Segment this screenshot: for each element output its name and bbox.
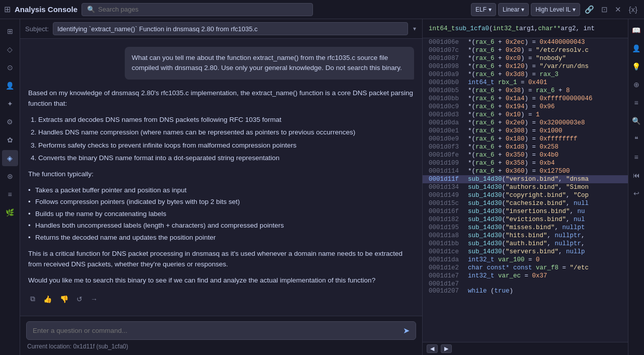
nav-next-btn[interactable]: ▶ xyxy=(441,344,452,353)
list-item: Performs safety checks to prevent infini… xyxy=(38,140,414,151)
disasm-row[interactable]: 0001d1e2 char const* const var_f8 = "/et… xyxy=(423,264,628,272)
disasm-row[interactable]: 0001d134 sub_14d30("authors.bind", "Simo… xyxy=(423,183,628,191)
retry-btn[interactable]: ↺ xyxy=(74,294,85,304)
highlevel-dropdown-btn[interactable]: High Level IL ▾ xyxy=(531,3,580,16)
sidebar-icon-grid[interactable]: ⊞ xyxy=(2,23,18,39)
subject-input[interactable] xyxy=(53,22,408,35)
chat-input-area: ➤ Current location: 0x1d11f (sub_1cfa0) xyxy=(20,316,422,355)
disasm-row[interactable]: 0001d15c sub_14d30("cachesize.bind", nul… xyxy=(423,199,628,207)
top-bar: ⊞ Analysis Console 🔍 ELF ▾ Linear ▾ High… xyxy=(0,0,644,19)
disasm-row[interactable]: 0001d07c *(rax_6 + 0x20) = "/etc/resolv.… xyxy=(423,46,628,54)
disasm-row[interactable]: 0001d1a8 sub_14d30("hits.bind", nullptr, xyxy=(423,232,628,240)
disasm-row[interactable]: 0001d195 sub_14d30("misses.bind", nullpt xyxy=(423,224,628,232)
disasm-row[interactable]: 0001d087 *(rax_6 + 0xc0) = "nobody" xyxy=(423,54,628,62)
variable-icon-btn[interactable]: {x} xyxy=(626,4,640,15)
ai-numbered-list: Extracts and decodes DNS names from DNS … xyxy=(28,114,414,164)
disasm-row[interactable]: 0001d0e9 *(rax_6 + 0x180) = 0xffffffff xyxy=(423,135,628,143)
right-sidebar-icon-undo[interactable]: ↩ xyxy=(628,185,645,201)
chat-input[interactable] xyxy=(33,327,399,334)
disasm-row[interactable]: 0001d0a9 *(rax_6 + 0x3d8) = rax_3 xyxy=(423,70,628,79)
disasm-panel: int64_t sub_1cfa0(int32_t arg1, char** a… xyxy=(423,19,628,355)
sidebar-icon-circle[interactable]: ⊙ xyxy=(2,59,18,76)
disasm-body: 0001d06e *(rax_6 + 0x2ec) = 0x4400000043… xyxy=(423,38,628,342)
disasm-row[interactable]: 0001d1da int32_t var_100 = 0 xyxy=(423,256,628,264)
disasm-row[interactable]: 0001d0e1 *(rax_6 + 0x308) = 0x1000 xyxy=(423,127,628,135)
disasm-row[interactable]: 0001d0d3 *(rax_6 + 0x10) = 1 xyxy=(423,111,628,119)
search-input[interactable] xyxy=(98,6,307,13)
sidebar-icon-gear[interactable]: ⚙ xyxy=(2,114,18,130)
disasm-row[interactable]: 0001d0bb *(rax_6 + 0x1a4) = 0xffff000000… xyxy=(423,95,628,103)
elf-dropdown-btn[interactable]: ELF ▾ xyxy=(471,3,496,16)
forward-btn[interactable]: → xyxy=(89,294,100,304)
copy-btn[interactable]: ⧉ xyxy=(28,294,37,304)
right-sidebar-icon-add[interactable]: ⊕ xyxy=(628,77,645,93)
link-icon-btn[interactable]: 🔗 xyxy=(582,4,597,15)
disasm-row[interactable]: 0001d06e *(rax_6 + 0x2ec) = 0x4400000043 xyxy=(423,38,628,46)
subject-dropdown-btn[interactable]: ▾ xyxy=(412,24,417,33)
sidebar-icon-person[interactable]: 👤 xyxy=(2,78,18,94)
search-box: 🔍 xyxy=(82,3,313,16)
ai-typically-label: The function typically: xyxy=(28,169,414,180)
sidebar-icon-network[interactable]: ✦ xyxy=(2,96,18,112)
sidebar-icon-stack[interactable]: ⊛ xyxy=(2,168,18,184)
linear-dropdown-btn[interactable]: Linear ▾ xyxy=(498,3,529,16)
disasm-row[interactable]: 0001d0b0 int64_t rbx_1 = 0x401 xyxy=(423,79,628,87)
close-icon-btn[interactable]: ✕ xyxy=(612,4,624,15)
sidebar-icon-tree[interactable]: 🌿 xyxy=(2,204,18,221)
right-sidebar-icon-history[interactable]: ⏮ xyxy=(628,167,645,183)
top-bar-left: ⊞ Analysis Console xyxy=(4,5,77,14)
right-sidebar-icon-search[interactable]: 🔍 xyxy=(628,113,645,129)
send-button[interactable]: ➤ xyxy=(403,326,410,335)
disasm-nav: ◀ ▶ xyxy=(423,342,628,355)
disasm-row[interactable]: 0001d0da *(rax_6 + 0x2e0) = 0x32000003e8 xyxy=(423,119,628,127)
disasm-row[interactable]: 0001d109 *(rax_6 + 0x358) = 0xb4 xyxy=(423,159,628,167)
disasm-row[interactable]: 0001d114 *(rax_6 + 0x360) = 0x127500 xyxy=(423,167,628,175)
disasm-row-highlighted[interactable]: 0001d11f sub_14d30("version.bind", "dnsm… xyxy=(423,175,628,183)
right-sidebar-icon-lightbulb[interactable]: 💡 xyxy=(628,58,645,75)
ai-message: Based on my knowledge of dnsmasq 2.80's … xyxy=(28,88,414,307)
thumbs-down-btn[interactable]: 👎 xyxy=(58,294,70,304)
sidebar-icon-ai[interactable]: ◈ xyxy=(2,150,18,166)
list-item: Converts the binary DNS name format into… xyxy=(38,153,414,164)
chat-panel: Subject: ▾ What can you tell me about th… xyxy=(20,19,423,355)
disasm-row[interactable]: 0001d098 *(rax_6 + 0x120) = "/var/run/dn… xyxy=(423,62,628,70)
app-title: Analysis Console xyxy=(15,5,77,14)
chat-messages: What can you tell me about the function … xyxy=(20,39,422,316)
disasm-row[interactable]: 0001d207 while (true) xyxy=(423,287,628,295)
sidebar-icon-layers[interactable]: ≡ xyxy=(2,186,18,202)
right-sidebar-icon-quote[interactable]: ❝ xyxy=(628,131,645,147)
disasm-row[interactable]: 0001d182 sub_14d30("evictions.bind", nul xyxy=(423,216,628,224)
disasm-row[interactable]: 0001d16f sub_14d30("insertions.bind", nu xyxy=(423,207,628,216)
disasm-row[interactable]: 0001d1ce sub_14d30("servers.bind", nullp xyxy=(423,248,628,256)
disasm-row[interactable]: 0001d1e7 xyxy=(423,280,628,287)
disasm-row[interactable]: 0001d0f3 *(rax_6 + 0x1d8) = 0x258 xyxy=(423,143,628,151)
ai-closing2: Would you like me to search this binary … xyxy=(28,275,414,286)
user-message: What can you tell me about the function … xyxy=(125,47,414,80)
current-location: Current location: 0x1d11f (sub_1cfa0) xyxy=(26,340,416,350)
list-item: Builds up the name by concatenating labe… xyxy=(28,208,414,220)
disasm-row[interactable]: 0001d0b5 *(rax_6 + 0x38) = rax_6 + 8 xyxy=(423,87,628,95)
sidebar-icon-diamond[interactable]: ◇ xyxy=(2,41,18,57)
subject-bar: Subject: ▾ xyxy=(20,19,422,39)
grid-icon[interactable]: ⊞ xyxy=(4,5,11,14)
disasm-row[interactable]: 0001d1e7 int32_t var_ec = 0x37 xyxy=(423,272,628,280)
right-sidebar-icon-lines[interactable]: ≡ xyxy=(628,149,645,165)
subject-label: Subject: xyxy=(25,25,49,33)
chat-input-row: ➤ xyxy=(26,321,416,340)
left-sidebar: ⊞ ◇ ⊙ 👤 ✦ ⚙ ✿ ◈ ⊛ ≡ 🌿 xyxy=(0,19,20,355)
disasm-row[interactable]: 0001d0fe *(rax_6 + 0x350) = 0x4b0 xyxy=(423,151,628,159)
message-actions: ⧉ 👍 👎 ↺ → xyxy=(28,291,414,306)
list-item: Extracts and decodes DNS names from DNS … xyxy=(38,114,414,125)
sidebar-icon-star[interactable]: ✿ xyxy=(2,132,18,148)
disasm-row[interactable]: 0001d1bb sub_14d30("auth.bind", nullptr, xyxy=(423,240,628,248)
disasm-row[interactable]: 0001d149 sub_14d30("copyright.bind", "Co… xyxy=(423,191,628,199)
ai-intro: Based on my knowledge of dnsmasq 2.80's … xyxy=(28,88,414,109)
search-icon: 🔍 xyxy=(87,6,95,13)
right-sidebar-icon-book[interactable]: 📖 xyxy=(628,22,645,38)
split-icon-btn[interactable]: ⊡ xyxy=(599,4,610,15)
right-sidebar-icon-person[interactable]: 👤 xyxy=(628,40,645,56)
right-sidebar-icon-list[interactable]: ≡ xyxy=(628,95,645,111)
disasm-row[interactable]: 0001d0c9 *(rax_6 + 0x194) = 0x96 xyxy=(423,103,628,111)
thumbs-up-btn[interactable]: 👍 xyxy=(41,294,54,304)
nav-prev-btn[interactable]: ◀ xyxy=(427,344,438,353)
